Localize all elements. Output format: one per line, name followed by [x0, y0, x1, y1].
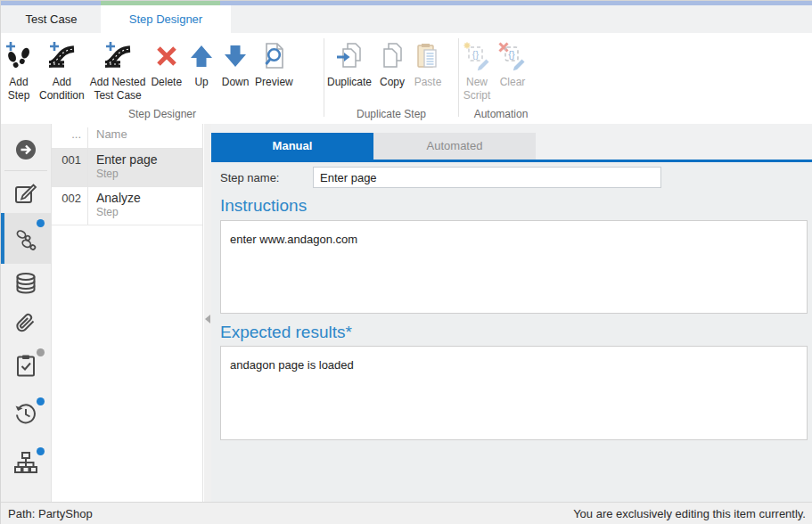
circle-arrow-right-icon [13, 137, 38, 166]
clear-script-icon: {} [497, 37, 528, 75]
tab-manual[interactable]: Manual [211, 133, 373, 160]
step-name-label: Step name: [220, 167, 313, 188]
step-list: ... Name 001 Enter page Step 002 Analyze… [51, 124, 203, 502]
clipboard-check-icon [13, 353, 38, 381]
expected-results-heading: Expected results* [220, 323, 808, 342]
add-nested-test-case-label: Add Nested Test Case [90, 76, 146, 103]
copy-pages-icon [377, 37, 407, 75]
copy-button[interactable]: Copy [374, 37, 410, 89]
down-label: Down [222, 76, 250, 89]
editor-tab-bar: Manual Automated [211, 133, 812, 160]
status-path: Path: PartyShop [8, 507, 93, 520]
notification-badge [37, 348, 45, 356]
sitemap-icon [13, 450, 38, 479]
sidebar-item-hierarchy[interactable] [1, 442, 51, 487]
active-item-accent [1, 213, 4, 264]
svg-text:{}: {} [472, 49, 480, 60]
preview-label: Preview [255, 76, 293, 89]
sidebar-item-steps[interactable] [1, 213, 51, 264]
up-button[interactable]: Up [185, 37, 218, 89]
step-row-001[interactable]: 001 Enter page Step [52, 149, 202, 187]
step-name: Enter page [96, 152, 202, 167]
panel-splitter[interactable] [204, 124, 211, 502]
tab-test-case[interactable]: Test Case [1, 5, 102, 33]
ribbon-group-step-designer: Add Step Add Condition [1, 33, 324, 124]
sidebar-item-collapse[interactable] [1, 135, 51, 168]
sidebar [1, 124, 51, 502]
tab-step-designer[interactable]: Step Designer [101, 5, 231, 33]
ribbon-tab-bar: Test Case Step Designer [1, 5, 812, 33]
status-bar: Path: PartyShop You are exclusively edit… [1, 502, 812, 524]
clear-script-button[interactable]: {} Clear [495, 37, 530, 89]
copy-label: Copy [380, 76, 405, 89]
ribbon-group-label: Step Designer [1, 108, 324, 120]
new-script-label: New Script [463, 76, 491, 103]
delete-label: Delete [151, 76, 182, 89]
status-message: You are exclusively editing this item cu… [573, 507, 806, 520]
notification-badge [37, 219, 45, 227]
edit-pencil-icon [13, 181, 38, 209]
up-label: Up [194, 76, 208, 89]
page-magnifier-icon [258, 37, 289, 75]
step-designer-window: Test Case Step Designer Add Step [0, 0, 812, 524]
step-number: 001 [52, 149, 87, 187]
column-header-name: Name [87, 127, 202, 148]
add-nested-test-case-button[interactable]: Add Nested Test Case [87, 37, 149, 103]
preview-button[interactable]: Preview [252, 37, 296, 89]
database-icon [13, 271, 38, 299]
notification-badge [37, 447, 45, 455]
step-editor-panel: Manual Automated Step name: Instructions… [211, 124, 812, 502]
ribbon-group-label: Automation [459, 108, 543, 120]
duplicate-button[interactable]: Duplicate [324, 37, 374, 89]
ribbon: Add Step Add Condition [1, 33, 812, 124]
down-button[interactable]: Down [218, 37, 252, 89]
paperclip-icon [13, 311, 38, 340]
duplicate-label: Duplicate [327, 76, 372, 89]
step-list-header: ... Name [52, 127, 202, 149]
clear-script-label: Clear [500, 76, 526, 89]
tab-automated[interactable]: Automated [373, 133, 536, 160]
content-area: ... Name 001 Enter page Step 002 Analyze… [1, 124, 812, 502]
paste-label: Paste [414, 76, 442, 89]
sidebar-item-history[interactable] [1, 395, 51, 436]
delete-button[interactable]: Delete [148, 37, 185, 89]
arrow-down-icon [221, 37, 250, 75]
step-type: Step [96, 168, 202, 180]
instructions-heading: Instructions [220, 196, 808, 216]
sidebar-item-attachments[interactable] [1, 307, 51, 344]
step-type: Step [96, 206, 202, 218]
sidebar-item-edit[interactable] [1, 177, 51, 213]
sidebar-divider [4, 170, 47, 171]
red-x-icon [152, 37, 181, 75]
svg-text:{}: {} [508, 49, 515, 60]
paste-clipboard-icon [413, 37, 443, 75]
footsteps-icon [12, 224, 39, 254]
ribbon-group-automation: {} New Script {} Clear Automation [459, 33, 543, 124]
arrow-up-icon [187, 37, 216, 75]
step-name-input[interactable] [313, 167, 661, 188]
add-condition-button[interactable]: Add Condition [37, 37, 87, 103]
step-name: Analyze [96, 191, 202, 205]
sidebar-item-data[interactable] [1, 266, 51, 304]
paste-button[interactable]: Paste [410, 37, 446, 89]
manual-step-form: Step name: Instructions enter www.andago… [211, 162, 812, 502]
new-script-button[interactable]: {} New Script [459, 37, 495, 103]
expected-results-textbox[interactable]: andagon page is loaded [220, 346, 808, 440]
footsteps-plus-icon [4, 37, 34, 75]
history-clock-icon [13, 401, 38, 430]
column-header-number: ... [52, 127, 87, 148]
sidebar-item-tasks[interactable] [1, 347, 51, 388]
step-row-002[interactable]: 002 Analyze Step [52, 187, 202, 225]
ribbon-group-label: Duplicate Step [324, 108, 458, 120]
junction-plus-icon [103, 37, 133, 75]
add-condition-label: Add Condition [39, 76, 85, 103]
notification-badge [37, 397, 45, 405]
duplicate-pages-icon [334, 37, 365, 75]
collapse-left-icon[interactable] [205, 315, 210, 323]
instructions-textbox[interactable]: enter www.andagon.com [220, 220, 808, 314]
new-script-icon: {} [462, 37, 492, 75]
step-number: 002 [52, 187, 87, 225]
add-step-label: Add Step [8, 76, 30, 103]
add-step-button[interactable]: Add Step [1, 37, 37, 103]
ribbon-group-duplicate-step: Duplicate Copy [324, 33, 458, 124]
